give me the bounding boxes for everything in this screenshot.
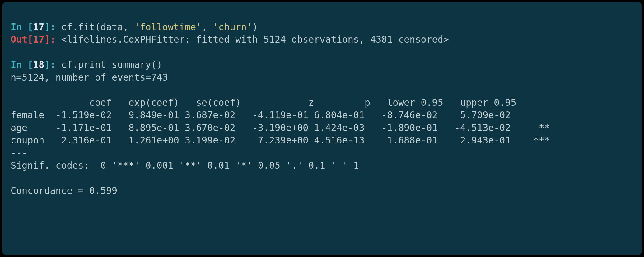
ipython-terminal[interactable]: In [17]: cf.fit(data, 'followtime', 'chu…: [0, 0, 644, 257]
bracket-close: ]: [44, 21, 50, 32]
code-arg: data: [100, 21, 123, 32]
code-fn: cf.print_summary: [61, 59, 151, 70]
bracket-open: [: [27, 59, 33, 70]
paren-close: ): [157, 59, 162, 70]
in-prompt-label: In: [11, 21, 27, 32]
code-fn: cf.fit: [61, 21, 95, 32]
code-str: 'followtime': [134, 21, 202, 32]
bracket-open: [: [27, 34, 33, 45]
paren-close: ): [252, 21, 258, 32]
code-sep: ,: [123, 21, 134, 32]
line: In [18]: cf.print_summary(): [11, 59, 162, 70]
blank-line: [11, 47, 16, 58]
code-sep: ,: [202, 21, 213, 32]
bracket-close: ]: [44, 34, 50, 45]
in-prompt-number: 18: [33, 59, 44, 70]
separator: ---: [11, 147, 27, 158]
blank-line: [11, 84, 16, 95]
code-str: 'churn': [213, 21, 252, 32]
colon: :: [50, 34, 61, 45]
colon: :: [50, 59, 61, 70]
out-prompt-label: Out: [11, 34, 27, 45]
bracket-close: ]: [44, 59, 50, 70]
table-row: age -1.171e-01 8.895e-01 3.670e-02 -3.19…: [11, 122, 550, 133]
line: Out[17]: <lifelines.CoxPHFitter: fitted …: [11, 34, 449, 45]
table-header-row: coef exp(coef) se(coef) z p lower 0.95 u…: [11, 97, 516, 108]
blank-line: [11, 173, 16, 184]
table-row: coupon 2.316e-01 1.261e+00 3.199e-02 7.2…: [11, 135, 550, 146]
in-prompt-number: 17: [33, 21, 44, 32]
signif-codes: Signif. codes: 0 '***' 0.001 '**' 0.01 '…: [11, 160, 359, 171]
out-repr: <lifelines.CoxPHFitter: fitted with 5124…: [61, 34, 449, 45]
in-prompt-label: In: [11, 59, 27, 70]
out-prompt-number: 17: [33, 34, 44, 45]
paren-open: (: [95, 21, 100, 32]
line: In [17]: cf.fit(data, 'followtime', 'chu…: [11, 21, 258, 32]
bracket-open: [: [27, 21, 33, 32]
paren-open: (: [151, 59, 157, 70]
stdout-header: n=5124, number of events=743: [11, 72, 168, 83]
table-row: female -1.519e-02 9.849e-01 3.687e-02 -4…: [11, 110, 550, 120]
concordance: Concordance = 0.599: [11, 185, 117, 196]
colon: :: [50, 21, 61, 32]
